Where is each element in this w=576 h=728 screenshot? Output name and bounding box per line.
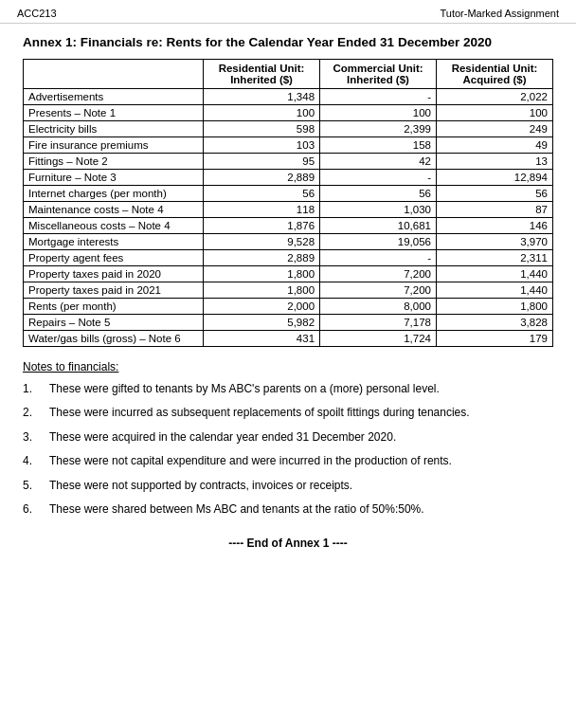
table-row: Rents (per month)2,0008,0001,800 <box>24 299 553 315</box>
header-left: ACC213 <box>17 8 57 19</box>
row-value-res_acquired: 1,440 <box>437 266 553 282</box>
row-value-com_inherited: 7,200 <box>320 266 437 282</box>
row-value-com_inherited: 8,000 <box>320 299 437 315</box>
row-value-res_inherited: 2,000 <box>204 299 320 315</box>
note-item: 6.These were shared between Ms ABC and t… <box>23 501 553 518</box>
row-value-res_inherited: 2,889 <box>204 250 320 266</box>
note-text: These were not capital expenditure and w… <box>49 453 553 469</box>
row-value-res_inherited: 118 <box>204 202 320 218</box>
table-row: Furniture – Note 32,889-12,894 <box>24 170 553 186</box>
row-value-res_acquired: 3,828 <box>437 315 553 331</box>
row-value-res_inherited: 598 <box>204 121 320 137</box>
row-value-com_inherited: - <box>320 170 437 186</box>
note-item: 2.These were incurred as subsequent repl… <box>23 405 553 421</box>
row-value-res_inherited: 56 <box>204 186 320 202</box>
row-label: Property taxes paid in 2020 <box>24 266 204 282</box>
table-row: Mortgage interests9,52819,0563,970 <box>24 234 553 250</box>
col-header-com-inherited: Commercial Unit: Inherited ($) <box>320 60 437 89</box>
note-number: 1. <box>23 381 49 397</box>
row-label: Internet charges (per month) <box>24 186 204 202</box>
note-number: 4. <box>23 453 49 469</box>
row-label: Presents – Note 1 <box>24 105 204 121</box>
note-text: These were acquired in the calendar year… <box>49 429 553 446</box>
note-text: These were shared between Ms ABC and ten… <box>49 501 553 518</box>
row-label: Furniture – Note 3 <box>24 170 204 186</box>
row-value-res_acquired: 1,800 <box>437 299 553 315</box>
end-annex: ---- End of Annex 1 ---- <box>23 537 553 550</box>
row-value-com_inherited: 19,056 <box>320 234 437 250</box>
row-value-res_inherited: 9,528 <box>204 234 320 250</box>
row-value-res_acquired: 2,311 <box>437 250 553 266</box>
row-value-res_acquired: 146 <box>437 218 553 234</box>
row-value-res_acquired: 249 <box>437 121 553 137</box>
row-label: Fire insurance premiums <box>24 137 204 154</box>
table-row: Property taxes paid in 20211,8007,2001,4… <box>24 282 553 299</box>
financials-table: Residential Unit: Inherited ($) Commerci… <box>23 59 553 347</box>
page-header: ACC213 Tutor-Marked Assignment <box>0 0 576 24</box>
row-value-res_inherited: 1,348 <box>204 89 320 105</box>
row-value-res_inherited: 431 <box>204 331 320 347</box>
row-value-res_acquired: 49 <box>437 137 553 154</box>
row-value-com_inherited: 1,030 <box>320 202 437 218</box>
row-value-res_acquired: 56 <box>437 186 553 202</box>
notes-list: 1.These were gifted to tenants by Ms ABC… <box>23 381 553 518</box>
row-value-com_inherited: 100 <box>320 105 437 121</box>
table-row: Fire insurance premiums10315849 <box>24 137 553 154</box>
row-value-com_inherited: 1,724 <box>320 331 437 347</box>
note-text: These were gifted to tenants by Ms ABC's… <box>49 381 553 397</box>
row-value-res_acquired: 87 <box>437 202 553 218</box>
row-value-com_inherited: 2,399 <box>320 121 437 137</box>
note-item: 3.These were acquired in the calendar ye… <box>23 429 553 446</box>
note-number: 5. <box>23 478 49 494</box>
row-value-res_acquired: 2,022 <box>437 89 553 105</box>
row-value-res_acquired: 12,894 <box>437 170 553 186</box>
note-item: 1.These were gifted to tenants by Ms ABC… <box>23 381 553 397</box>
row-label: Water/gas bills (gross) – Note 6 <box>24 331 204 347</box>
row-value-com_inherited: - <box>320 89 437 105</box>
table-row: Advertisements1,348-2,022 <box>24 89 553 105</box>
row-label: Miscellaneous costs – Note 4 <box>24 218 204 234</box>
row-value-com_inherited: 56 <box>320 186 437 202</box>
row-label: Rents (per month) <box>24 299 204 315</box>
row-value-res_acquired: 179 <box>437 331 553 347</box>
row-value-com_inherited: 42 <box>320 154 437 170</box>
table-row: Internet charges (per month)565656 <box>24 186 553 202</box>
row-label: Mortgage interests <box>24 234 204 250</box>
note-text: These were not supported by contracts, i… <box>49 478 553 494</box>
annex-title: Annex 1: Financials re: Rents for the Ca… <box>23 35 553 49</box>
row-label: Property agent fees <box>24 250 204 266</box>
table-row: Repairs – Note 55,9827,1783,828 <box>24 315 553 331</box>
row-value-com_inherited: 10,681 <box>320 218 437 234</box>
row-value-res_acquired: 13 <box>437 154 553 170</box>
row-label: Advertisements <box>24 89 204 105</box>
table-row: Presents – Note 1100100100 <box>24 105 553 121</box>
table-row: Fittings – Note 2954213 <box>24 154 553 170</box>
row-label: Maintenance costs – Note 4 <box>24 202 204 218</box>
header-right: Tutor-Marked Assignment <box>440 8 559 19</box>
row-value-res_inherited: 5,982 <box>204 315 320 331</box>
note-item: 4.These were not capital expenditure and… <box>23 453 553 469</box>
row-value-com_inherited: 7,178 <box>320 315 437 331</box>
table-row: Electricity bills5982,399249 <box>24 121 553 137</box>
col-header-res-acquired: Residential Unit: Acquired ($) <box>437 60 553 89</box>
row-value-res_acquired: 3,970 <box>437 234 553 250</box>
note-item: 5.These were not supported by contracts,… <box>23 478 553 494</box>
row-value-com_inherited: 7,200 <box>320 282 437 299</box>
row-label: Property taxes paid in 2021 <box>24 282 204 299</box>
row-label: Repairs – Note 5 <box>24 315 204 331</box>
table-row: Property agent fees2,889-2,311 <box>24 250 553 266</box>
notes-title: Notes to financials: <box>23 360 553 373</box>
note-number: 2. <box>23 405 49 421</box>
note-number: 3. <box>23 429 49 446</box>
note-text: These were incurred as subsequent replac… <box>49 405 553 421</box>
table-row: Property taxes paid in 20201,8007,2001,4… <box>24 266 553 282</box>
main-content: Annex 1: Financials re: Rents for the Ca… <box>0 24 576 565</box>
row-label: Fittings – Note 2 <box>24 154 204 170</box>
table-row: Maintenance costs – Note 41181,03087 <box>24 202 553 218</box>
row-value-res_acquired: 100 <box>437 105 553 121</box>
table-row: Miscellaneous costs – Note 41,87610,6811… <box>24 218 553 234</box>
row-label: Electricity bills <box>24 121 204 137</box>
col-header-item <box>24 60 204 89</box>
row-value-res_inherited: 1,876 <box>204 218 320 234</box>
row-value-res_inherited: 103 <box>204 137 320 154</box>
